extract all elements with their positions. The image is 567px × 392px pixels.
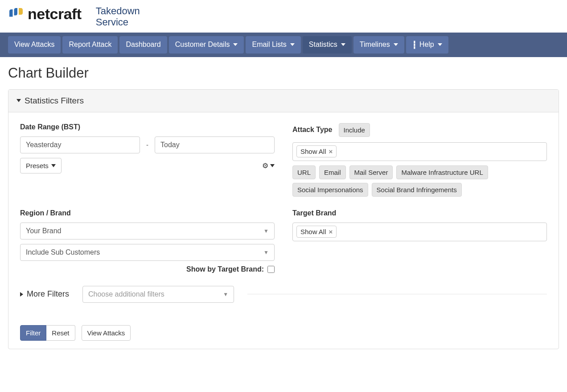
select-placeholder: Choose additional filters [88, 290, 164, 298]
logo-icon [8, 5, 24, 23]
chevron-down-icon [438, 43, 442, 46]
nav-statistics[interactable]: Statistics [303, 36, 352, 54]
more-filters-label: More Filters [27, 289, 69, 299]
nav-label: View Attacks [14, 41, 54, 49]
date-range-section: Date Range (BST) - Presets ⚙ [20, 123, 275, 197]
brand-logo[interactable]: netcraft [8, 5, 82, 23]
chevron-down-icon [290, 43, 295, 46]
chevron-down-icon [341, 43, 345, 46]
chevron-down-icon [51, 164, 56, 167]
panel-title: Statistics Filters [25, 96, 84, 106]
chevron-right-icon [20, 292, 23, 297]
more-filters-toggle[interactable]: More Filters [20, 289, 69, 299]
presets-label: Presets [26, 162, 49, 169]
main-nav: View Attacks Report Attack Dashboard Cus… [0, 33, 567, 57]
target-brand-tokenbox[interactable]: Show All × [292, 223, 547, 241]
gear-icon[interactable]: ⚙ [262, 161, 268, 170]
attack-type-token: Show All × [296, 145, 337, 157]
reset-button[interactable]: Reset [46, 325, 75, 341]
attack-type-chips: URLEmailMail ServerMalware Infrastructur… [292, 165, 547, 197]
chevron-down-icon: ▼ [263, 249, 269, 256]
more-filters-row: More Filters Choose additional filters ▼ [20, 286, 547, 303]
filter-button[interactable]: Filter [20, 325, 46, 341]
page-title: Chart Builder [8, 65, 559, 81]
attack-type-chip[interactable]: Social Impersonations [292, 183, 368, 197]
view-attacks-button[interactable]: View Attacks [82, 325, 131, 341]
date-to-input[interactable] [155, 136, 275, 153]
nav-label: Email Lists [252, 41, 286, 49]
nav-label: Help [419, 41, 434, 49]
logo-wrap: netcraft Takedown Service [8, 5, 140, 28]
filters-panel-header[interactable]: Statistics Filters [8, 90, 559, 112]
show-by-target-label: Show by Target Brand: [186, 265, 264, 273]
nav-label: Timelines [360, 41, 390, 49]
nav-report-attack[interactable]: Report Attack [62, 36, 118, 54]
nav-label: Report Attack [69, 41, 111, 49]
info-icon: ┇ [412, 41, 417, 49]
token-label: Show All [300, 148, 326, 155]
nav-dashboard[interactable]: Dashboard [119, 36, 167, 54]
footer-buttons: Filter Reset View Attacks [20, 325, 547, 341]
presets-button[interactable]: Presets [20, 158, 62, 173]
nav-help[interactable]: ┇Help [406, 36, 448, 54]
show-by-target-checkbox[interactable] [267, 266, 275, 273]
chevron-down-icon: ▼ [263, 228, 269, 234]
chevron-down-icon[interactable] [270, 164, 275, 167]
filters-panel-body: Date Range (BST) - Presets ⚙ [8, 112, 559, 349]
attack-type-chip[interactable]: Mail Server [349, 165, 393, 179]
filters-panel: Statistics Filters Date Range (BST) - Pr… [8, 89, 559, 349]
date-range-separator: - [146, 141, 148, 149]
include-sub-select[interactable]: Include Sub Customers ▼ [20, 244, 275, 261]
attack-type-include-toggle[interactable]: Include [339, 123, 370, 137]
brand-subtitle: Takedown Service [96, 5, 140, 28]
date-from-input[interactable] [20, 136, 140, 153]
chevron-down-icon [233, 43, 238, 46]
nav-timelines[interactable]: Timelines [353, 36, 404, 54]
select-value: Your Brand [26, 227, 61, 235]
chevron-down-icon: ▼ [223, 291, 228, 297]
select-value: Include Sub Customers [26, 248, 100, 256]
attack-type-chip[interactable]: Social Brand Infringements [372, 183, 462, 197]
target-brand-section: Target Brand Show All × [292, 209, 547, 273]
region-brand-select[interactable]: Your Brand ▼ [20, 223, 275, 239]
chevron-down-icon [16, 99, 21, 102]
topbar: netcraft Takedown Service [0, 0, 567, 33]
chevron-down-icon [394, 43, 398, 46]
close-icon[interactable]: × [329, 148, 333, 155]
subtitle-line1: Takedown [96, 5, 140, 17]
nav-view-attacks[interactable]: View Attacks [8, 36, 61, 54]
token-label: Show All [300, 228, 326, 235]
nav-label: Dashboard [126, 41, 160, 49]
page-body: Chart Builder Statistics Filters Date Ra… [0, 57, 567, 357]
attack-type-label: Attack Type [292, 126, 333, 134]
region-brand-section: Region / Brand Your Brand ▼ Include Sub … [20, 209, 275, 273]
region-brand-label: Region / Brand [20, 209, 275, 217]
close-icon[interactable]: × [329, 228, 333, 235]
attack-type-section: Attack Type Include Show All × URLEmailM… [292, 123, 547, 197]
nav-label: Statistics [309, 41, 337, 49]
attack-type-chip[interactable]: Malware Infrastructure URL [396, 165, 488, 179]
show-by-target-row: Show by Target Brand: [20, 265, 275, 273]
attack-type-chip[interactable]: URL [292, 165, 316, 179]
brand-word: netcraft [28, 5, 82, 23]
attack-type-chip[interactable]: Email [319, 165, 346, 179]
subtitle-line2: Service [96, 17, 140, 28]
filter-reset-group: Filter Reset [20, 325, 75, 341]
nav-customer-details[interactable]: Customer Details [169, 36, 244, 54]
nav-label: Customer Details [175, 41, 230, 49]
target-brand-label: Target Brand [292, 209, 547, 217]
attack-type-tokenbox[interactable]: Show All × [292, 142, 547, 161]
date-range-label: Date Range (BST) [20, 123, 275, 131]
divider [247, 294, 547, 294]
nav-email-lists[interactable]: Email Lists [246, 36, 300, 54]
more-filters-select[interactable]: Choose additional filters ▼ [82, 286, 234, 303]
target-brand-token: Show All × [296, 226, 337, 238]
